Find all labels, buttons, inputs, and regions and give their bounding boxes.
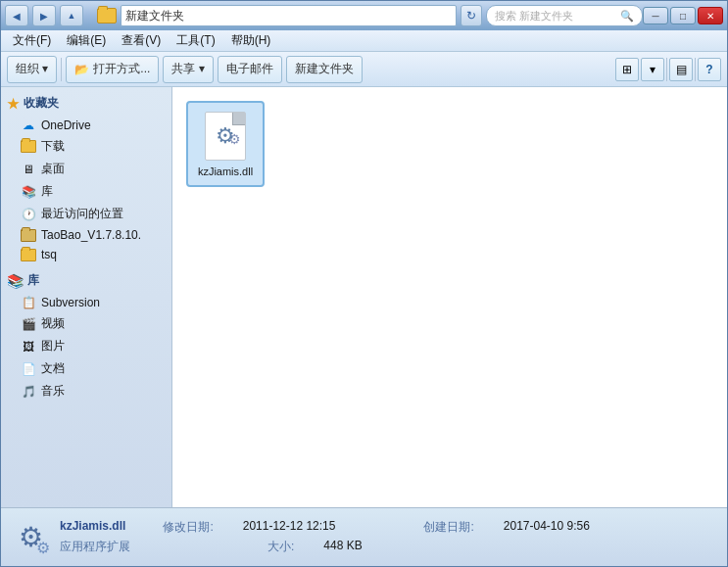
search-bar[interactable]: 搜索 新建文件夹 🔍 — [486, 5, 643, 26]
menu-file[interactable]: 文件(F) — [5, 30, 59, 51]
search-placeholder: 搜索 新建文件夹 — [495, 9, 573, 24]
taobao-folder-icon — [21, 228, 36, 242]
back-button[interactable]: ◀ — [5, 5, 28, 26]
sidebar-item-documents[interactable]: 📄 文档 — [1, 357, 171, 380]
status-filename: kzJiamis.dll — [60, 519, 125, 536]
library-section-label: 库 — [27, 272, 39, 289]
address-text: 新建文件夹 — [125, 8, 184, 24]
subversion-icon: 📋 — [21, 296, 36, 309]
desktop-icon: 🖥 — [21, 163, 36, 176]
sidebar-item-pictures[interactable]: 🖼 图片 — [1, 335, 171, 357]
sidebar-item-desktop[interactable]: 🖥 桌面 — [1, 158, 171, 180]
menu-edit[interactable]: 编辑(E) — [59, 30, 114, 51]
file-pane[interactable]: ⚙ ⚙ kzJiamis.dll — [172, 87, 727, 507]
minimize-button[interactable]: ─ — [643, 7, 668, 24]
new-folder-button[interactable]: 新建文件夹 — [286, 56, 363, 83]
sidebar-item-taobao[interactable]: TaoBao_V1.7.8.10. — [1, 225, 171, 245]
forward-button[interactable]: ▶ — [32, 5, 56, 26]
content-area: ★ 收藏夹 ☁ OneDrive 下载 🖥 桌面 — [1, 87, 727, 507]
subversion-label: Subversion — [41, 296, 100, 309]
sidebar-item-downloads[interactable]: 下载 — [1, 135, 171, 158]
downloads-label: 下载 — [41, 138, 65, 155]
music-label: 音乐 — [41, 383, 65, 400]
organize-button[interactable]: 组织 ▾ — [7, 56, 57, 83]
open-label: 打开方式... — [93, 61, 150, 77]
view-mode-button[interactable]: ⊞ — [615, 58, 639, 81]
library-section-header[interactable]: 📚 库 — [1, 268, 171, 293]
maximize-button[interactable]: □ — [670, 7, 696, 24]
up-button[interactable]: ▲ — [60, 5, 83, 26]
documents-icon: 📄 — [21, 362, 36, 376]
tsq-label: tsq — [41, 248, 57, 261]
file-label: kzJiamis.dll — [198, 165, 253, 177]
sidebar-item-library[interactable]: 📚 库 — [1, 180, 171, 203]
status-bar: ⚙ ⚙ kzJiamis.dll 修改日期: 2011-12-12 12:15 … — [1, 507, 727, 566]
gear-big-icon: ⚙ — [216, 123, 235, 149]
spacer2 — [160, 539, 238, 555]
dll-icon-wrap: ⚙ ⚙ — [202, 111, 249, 162]
video-icon: 🎬 — [21, 317, 36, 331]
library-icon: 📚 — [21, 185, 36, 199]
organize-label: 组织 ▾ — [16, 61, 48, 77]
view-buttons: ⊞ ▾ ▤ ? — [615, 58, 721, 81]
file-item-kzjiamis[interactable]: ⚙ ⚙ kzJiamis.dll — [186, 101, 265, 187]
address-bar[interactable]: 新建文件夹 — [121, 5, 457, 26]
downloads-folder-icon — [21, 140, 36, 154]
title-bar: ◀ ▶ ▲ 新建文件夹 ↻ 搜索 新建文件夹 🔍 ─ □ ✕ — [1, 1, 727, 30]
recent-label: 最近访问的位置 — [41, 206, 123, 222]
toolbar-separator-3 — [695, 58, 696, 81]
open-button[interactable]: 📂 打开方式... — [66, 56, 159, 83]
close-button[interactable]: ✕ — [698, 7, 723, 24]
status-size-value: 448 KB — [323, 539, 362, 555]
onedrive-icon: ☁ — [21, 118, 36, 132]
refresh-button[interactable]: ↻ — [461, 5, 482, 26]
video-label: 视频 — [41, 315, 65, 332]
sidebar-item-music[interactable]: 🎵 音乐 — [1, 380, 171, 402]
toolbar-separator-2 — [666, 58, 667, 81]
status-modified-label: 修改日期: — [163, 519, 213, 536]
toolbar-separator-1 — [61, 58, 62, 81]
share-label: 共享 ▾ — [171, 61, 204, 77]
sidebar-item-subversion[interactable]: 📋 Subversion — [1, 293, 171, 312]
status-gear-small-icon: ⚙ — [36, 539, 50, 557]
title-bar-left: ◀ ▶ ▲ 新建文件夹 ↻ 搜索 新建文件夹 🔍 — [5, 5, 643, 26]
music-icon: 🎵 — [21, 385, 36, 399]
favorites-section-header[interactable]: ★ 收藏夹 — [1, 91, 171, 116]
desktop-label: 桌面 — [41, 161, 65, 177]
status-file-icon: ⚙ ⚙ — [11, 518, 50, 557]
share-button[interactable]: 共享 ▾ — [163, 56, 213, 83]
dll-gear-container: ⚙ ⚙ — [216, 123, 235, 149]
sidebar-item-tsq[interactable]: tsq — [1, 245, 171, 264]
sidebar-item-video[interactable]: 🎬 视频 — [1, 312, 171, 335]
new-folder-label: 新建文件夹 — [295, 61, 354, 77]
menu-view[interactable]: 查看(V) — [114, 30, 169, 51]
sidebar-item-recent[interactable]: 🕐 最近访问的位置 — [1, 203, 171, 225]
library-section-icon: 📚 — [7, 273, 24, 289]
toolbar: 组织 ▾ 📂 打开方式... 共享 ▾ 电子邮件 新建文件夹 ⊞ ▾ ▤ ? — [1, 52, 727, 87]
help-button[interactable]: ? — [698, 58, 721, 81]
tsq-folder-icon — [21, 248, 36, 261]
main-window: ◀ ▶ ▲ 新建文件夹 ↻ 搜索 新建文件夹 🔍 ─ □ ✕ 文件(F) 编辑(… — [0, 0, 728, 567]
pictures-label: 图片 — [41, 338, 65, 354]
window-controls: ─ □ ✕ — [643, 7, 723, 24]
status-info: kzJiamis.dll 修改日期: 2011-12-12 12:15 创建日期… — [60, 519, 590, 555]
pictures-icon: 🖼 — [21, 340, 36, 354]
sidebar-item-onedrive[interactable]: ☁ OneDrive — [1, 116, 171, 135]
menu-help[interactable]: 帮助(H) — [223, 30, 279, 51]
email-button[interactable]: 电子邮件 — [218, 56, 282, 83]
recent-icon: 🕐 — [21, 208, 36, 221]
documents-label: 文档 — [41, 360, 65, 377]
status-size-label: 大小: — [267, 539, 294, 555]
status-created-date: 2017-04-10 9:56 — [504, 519, 590, 536]
menu-bar: 文件(F) 编辑(E) 查看(V) 工具(T) 帮助(H) — [1, 30, 727, 52]
status-row-1: kzJiamis.dll 修改日期: 2011-12-12 12:15 创建日期… — [60, 519, 590, 536]
status-modified-date: 2011-12-12 12:15 — [243, 519, 336, 536]
sidebar: ★ 收藏夹 ☁ OneDrive 下载 🖥 桌面 — [1, 87, 172, 507]
menu-tools[interactable]: 工具(T) — [169, 30, 222, 51]
status-created-label: 创建日期: — [423, 519, 473, 536]
pane-button[interactable]: ▤ — [669, 58, 693, 81]
email-label: 电子邮件 — [226, 61, 273, 77]
onedrive-label: OneDrive — [41, 118, 91, 132]
view-options-button[interactable]: ▾ — [641, 58, 664, 81]
library-label: 库 — [41, 183, 53, 200]
